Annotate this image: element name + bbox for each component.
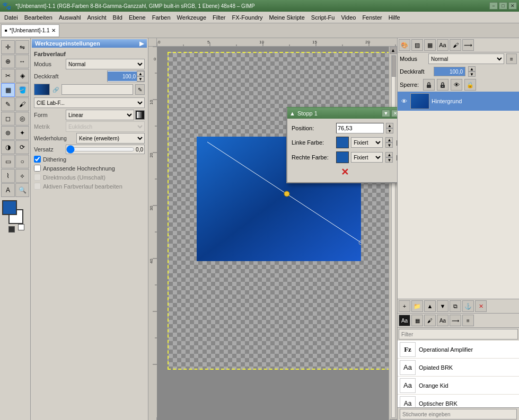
metrik-select[interactable]: Euklidisch: [66, 121, 145, 132]
tool-brush[interactable]: 🖌: [15, 97, 29, 111]
deckkraft-input[interactable]: 100,0: [108, 72, 137, 81]
menu-item-fxfoundry[interactable]: FX-Foundry: [228, 12, 266, 23]
direktmodus-checkbox[interactable]: [34, 174, 41, 181]
tool-eraser[interactable]: ◻: [1, 112, 15, 126]
tool-gradient[interactable]: ▦: [1, 83, 15, 97]
window-controls[interactable]: − □ ✕: [489, 2, 517, 10]
stopp-left-color-swatch[interactable]: [336, 137, 349, 148]
gradient-preview[interactable]: [34, 84, 50, 95]
lock-alpha-btn[interactable]: [423, 79, 435, 91]
tool-rotate[interactable]: ↔: [15, 55, 29, 68]
tool-transform[interactable]: ◈: [15, 69, 29, 83]
tab-close[interactable]: ✕: [51, 28, 56, 33]
tool-smudge[interactable]: ⟳: [15, 140, 29, 154]
mode-select[interactable]: Normal: [428, 53, 504, 64]
opacity-up[interactable]: ▲: [468, 66, 476, 72]
hochrechnung-checkbox[interactable]: [34, 165, 41, 172]
maximize-button[interactable]: □: [499, 2, 507, 10]
menu-item-werkzeuge[interactable]: Werkzeuge: [174, 12, 209, 23]
tool-align[interactable]: ⇋: [15, 40, 29, 54]
deckkraft-up[interactable]: ▲: [137, 71, 144, 76]
duplicate-layer-btn[interactable]: ⧉: [450, 300, 461, 312]
tool-airbrush[interactable]: ◎: [15, 112, 29, 126]
menu-item-auswahl[interactable]: Auswahl: [56, 12, 84, 23]
tool-magnify[interactable]: 🔍: [15, 183, 29, 197]
raise-layer-btn[interactable]: ▲: [424, 300, 436, 312]
layers-color-btn[interactable]: 🎨: [399, 39, 410, 51]
stopp-delete-button[interactable]: ✕: [341, 166, 349, 178]
menu-item-meineskripte[interactable]: Meine Skripte: [266, 12, 308, 23]
font-dynamics-btn[interactable]: ⟿: [450, 315, 461, 326]
delete-layer-btn[interactable]: ✕: [475, 300, 487, 312]
menu-item-video[interactable]: Video: [338, 12, 359, 23]
menu-item-hilfe[interactable]: Hilfe: [385, 12, 403, 23]
stopp-drag-handle[interactable]: ↕: [397, 123, 397, 133]
stopp-left-up[interactable]: ▲: [385, 137, 393, 142]
font-item-0[interactable]: Fz Operational Amplifier: [398, 341, 519, 359]
stopp-right-down[interactable]: ▼: [385, 157, 393, 163]
tool-dodge[interactable]: ◑: [1, 140, 15, 154]
layers-text-btn[interactable]: Aa: [437, 39, 448, 51]
farbraum-select[interactable]: CIE Lab-F...: [34, 97, 145, 108]
minimize-button[interactable]: −: [489, 2, 498, 10]
tool-zoom[interactable]: ⊕: [1, 55, 15, 68]
wiederholung-select[interactable]: Keine (erweitern): [76, 133, 145, 144]
scroll-up-btn[interactable]: ▲: [390, 47, 397, 54]
stopp-position-input[interactable]: 76,53: [336, 123, 384, 133]
tool-options-collapse[interactable]: ▶: [139, 40, 144, 47]
foreground-color-swatch[interactable]: [2, 200, 17, 215]
tool-rect-sel[interactable]: ▭: [1, 155, 15, 168]
tool-heal[interactable]: ✦: [15, 126, 29, 140]
tool-pencil[interactable]: ✎: [1, 97, 15, 111]
menu-item-ebene[interactable]: Ebene: [126, 12, 149, 23]
lock-pos-btn[interactable]: [437, 79, 448, 91]
tool-clone[interactable]: ⊛: [1, 126, 15, 140]
opacity-value[interactable]: 100,0: [434, 67, 465, 76]
stopp-right-color-swatch[interactable]: [336, 151, 349, 163]
menu-item-bild[interactable]: Bild: [110, 12, 126, 23]
font-filter-input[interactable]: [399, 329, 518, 339]
font-item-3[interactable]: Aa Optischer BRK: [398, 395, 519, 407]
layers-brush-btn[interactable]: 🖌: [450, 39, 461, 51]
gradient-name-input[interactable]: Benutzerdefiniert: [61, 84, 133, 95]
aktiven-checkbox[interactable]: [34, 183, 41, 190]
form-select[interactable]: Linear: [66, 110, 134, 120]
stopp-left-fixiert-select[interactable]: Fixiert: [351, 137, 383, 148]
menu-item-farben[interactable]: Farben: [149, 12, 174, 23]
gradient-edit-button[interactable]: ✎: [135, 84, 145, 95]
layers-pattern-btn[interactable]: ▦: [424, 39, 436, 51]
font-filter-toggle[interactable]: ≡: [462, 315, 474, 326]
stopp-right-fixiert-select[interactable]: Fixiert: [351, 152, 383, 163]
stopp-pos-up[interactable]: ▲: [386, 123, 393, 128]
lock-all-btn[interactable]: 🔒: [464, 79, 476, 91]
font-item-1[interactable]: Aa Opiated BRK: [398, 359, 519, 377]
modus-select[interactable]: Normal: [66, 59, 145, 69]
stopp-collapse-btn[interactable]: ▼: [382, 110, 390, 117]
layers-gradient-btn[interactable]: ▨: [411, 39, 423, 51]
default-colors-btn[interactable]: [8, 226, 15, 233]
tool-text[interactable]: A: [1, 183, 15, 197]
menu-item-datei[interactable]: Datei: [1, 12, 21, 23]
menu-item-fenster[interactable]: Fenster: [359, 12, 385, 23]
tool-fuzzy-sel[interactable]: ⟡: [15, 169, 29, 183]
menu-item-filter[interactable]: Filter: [209, 12, 228, 23]
font-brush-btn[interactable]: 🖌: [424, 315, 436, 326]
layers-dynamics-btn[interactable]: ⟿: [462, 39, 474, 51]
tool-free-sel[interactable]: ⌇: [1, 169, 15, 183]
deckkraft-down[interactable]: ▼: [137, 76, 144, 82]
tool-move[interactable]: ✛: [1, 40, 15, 54]
font-color-btn[interactable]: Aa: [399, 315, 410, 326]
stopp-right-up[interactable]: ▲: [385, 152, 393, 157]
tool-bucket[interactable]: 🪣: [15, 83, 29, 97]
new-group-btn[interactable]: 📁: [411, 300, 423, 312]
mode-extra-btn[interactable]: ≡: [506, 53, 517, 64]
scroll-handle-v[interactable]: [392, 56, 396, 77]
stopp-close-btn[interactable]: ✕: [391, 110, 397, 117]
anchor-layer-btn[interactable]: ⚓: [462, 300, 474, 312]
font-pattern-btn[interactable]: ▦: [411, 315, 423, 326]
new-layer-btn[interactable]: +: [399, 300, 410, 312]
swap-colors-btn[interactable]: [18, 224, 24, 230]
opacity-down[interactable]: ▼: [468, 72, 476, 77]
stopp-expand-icon[interactable]: ▲: [289, 110, 295, 117]
menu-item-scriptfu[interactable]: Script-Fu: [308, 12, 338, 23]
